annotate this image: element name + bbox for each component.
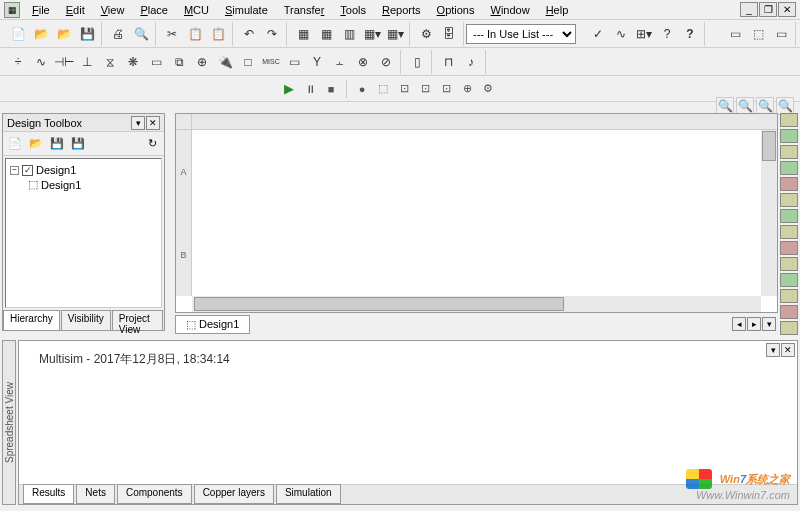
refresh-button[interactable]: ↻ [142,134,162,154]
mcu-button[interactable]: ▭ [770,23,792,45]
sim-settings-button[interactable]: ⊕ [458,80,476,98]
menu-file[interactable]: File [24,2,58,18]
wattmeter-button[interactable] [780,145,798,159]
run-button[interactable]: ▶ [280,80,298,98]
menu-reports[interactable]: Reports [374,2,429,18]
redo-button[interactable]: ↷ [261,23,283,45]
4ch-scope-button[interactable] [780,177,798,191]
database-button[interactable]: 🗄 [438,23,460,45]
ladder-button[interactable]: ⊗ [352,51,374,73]
menu-place[interactable]: Place [132,2,176,18]
multimeter-button[interactable] [780,113,798,127]
help-context-button[interactable]: ? [656,23,678,45]
postprocess-button[interactable]: ▦▾ [384,23,406,45]
breakpoint-button[interactable]: ⊡ [437,80,455,98]
menu-options[interactable]: Options [429,2,483,18]
undo-button[interactable]: ↶ [238,23,260,45]
sim-analysis-button[interactable]: ⚙ [479,80,497,98]
step-into-button[interactable]: ⬚ [374,80,392,98]
function-generator-button[interactable] [780,129,798,143]
menu-window[interactable]: Window [482,2,537,18]
electrical-rules-button[interactable]: ✓ [587,23,609,45]
restore-button[interactable]: ❐ [759,2,777,17]
analog-button[interactable]: ⧖ [99,51,121,73]
cmos-button[interactable]: ▭ [145,51,167,73]
cut-button[interactable]: ✂ [161,23,183,45]
misc-button[interactable]: MISC [260,51,282,73]
save-all-button[interactable]: 💾 [68,134,88,154]
toggle-grid-button[interactable]: ▦ [292,23,314,45]
pause-button[interactable]: ⏸ [301,80,319,98]
horizontal-scrollbar[interactable] [192,296,761,312]
distortion-analyzer-button[interactable] [780,289,798,303]
junction-button[interactable]: ♪ [460,51,482,73]
spectrum-analyzer-button[interactable] [780,305,798,319]
tab-project-view[interactable]: Project View [112,310,163,330]
panel-close-button[interactable]: ✕ [146,116,160,130]
menu-mcu[interactable]: MCU [176,2,217,18]
menu-simulate[interactable]: Simulate [217,2,276,18]
tab-nets[interactable]: Nets [76,484,115,504]
oscilloscope-button[interactable] [780,161,798,175]
bode-plotter-button[interactable] [780,193,798,207]
stop-button[interactable]: ■ [322,80,340,98]
capture-button[interactable]: ∿ [610,23,632,45]
close-button[interactable]: ✕ [778,2,796,17]
breadboard-button[interactable]: ▭ [724,23,746,45]
tree-child-node[interactable]: ⬚ Design1 [10,177,157,192]
word-generator-button[interactable] [780,225,798,239]
bus-button[interactable]: ⊓ [437,51,459,73]
design-tree[interactable]: − ✓ Design1 ⬚ Design1 [5,158,162,308]
layout-button[interactable]: ⊞▾ [633,23,655,45]
new-file-button[interactable]: 📄 [7,23,29,45]
logic-converter-button[interactable] [780,257,798,271]
rf-button[interactable]: Y [306,51,328,73]
iv-analyzer-button[interactable] [780,273,798,287]
help-button[interactable]: ? [679,23,701,45]
advanced-button[interactable]: ▭ [283,51,305,73]
3d-button[interactable]: ⬚ [747,23,769,45]
indicator-button[interactable]: 🔌 [214,51,236,73]
new-design-button[interactable]: 📄 [5,134,25,154]
tab-menu-button[interactable]: ▾ [762,317,776,331]
misc-digital-button[interactable]: ⧉ [168,51,190,73]
open-button[interactable]: 📂 [30,23,52,45]
menu-transfer[interactable]: Transfer [276,2,333,18]
print-button[interactable]: 🖨 [107,23,129,45]
open-design-button[interactable]: 📂 [26,134,46,154]
diode-button[interactable]: ⊣⊢ [53,51,75,73]
transistor-button[interactable]: ⊥ [76,51,98,73]
tab-simulation[interactable]: Simulation [276,484,341,504]
menu-edit[interactable]: Edit [58,2,93,18]
electromech-button[interactable]: ⫠ [329,51,351,73]
schematic-canvas[interactable]: A B [175,113,778,313]
tab-prev-button[interactable]: ◂ [732,317,746,331]
tab-copper-layers[interactable]: Copper layers [194,484,274,504]
tree-checkbox[interactable]: ✓ [22,165,33,176]
logic-analyzer-button[interactable] [780,241,798,255]
tree-collapse-icon[interactable]: − [10,166,19,175]
menu-tools[interactable]: Tools [332,2,374,18]
network-analyzer-button[interactable] [780,321,798,335]
step-over-button[interactable]: ⊡ [395,80,413,98]
freq-counter-button[interactable] [780,209,798,223]
panel-autohide-button[interactable]: ▾ [131,116,145,130]
spreadsheet-close-button[interactable]: ✕ [781,343,795,357]
print-preview-button[interactable]: 🔍 [130,23,152,45]
in-use-list-combo[interactable]: --- In Use List --- [466,24,576,44]
hierarchical-button[interactable]: ▯ [406,51,428,73]
record-button[interactable]: ● [353,80,371,98]
tab-results[interactable]: Results [23,484,74,504]
spreadsheet-autohide-button[interactable]: ▾ [766,343,780,357]
minimize-button[interactable]: _ [740,2,758,17]
grapher-button[interactable]: ▦▾ [361,23,383,45]
mixed-button[interactable]: ⊕ [191,51,213,73]
tab-visibility[interactable]: Visibility [61,310,111,330]
open-samples-button[interactable]: 📂 [53,23,75,45]
spreadsheet-view-button[interactable]: ▥ [338,23,360,45]
tab-hierarchy[interactable]: Hierarchy [3,310,60,330]
save-button[interactable]: 💾 [76,23,98,45]
tab-components[interactable]: Components [117,484,192,504]
tab-next-button[interactable]: ▸ [747,317,761,331]
canvas-tab-design1[interactable]: ⬚ Design1 [175,315,250,334]
